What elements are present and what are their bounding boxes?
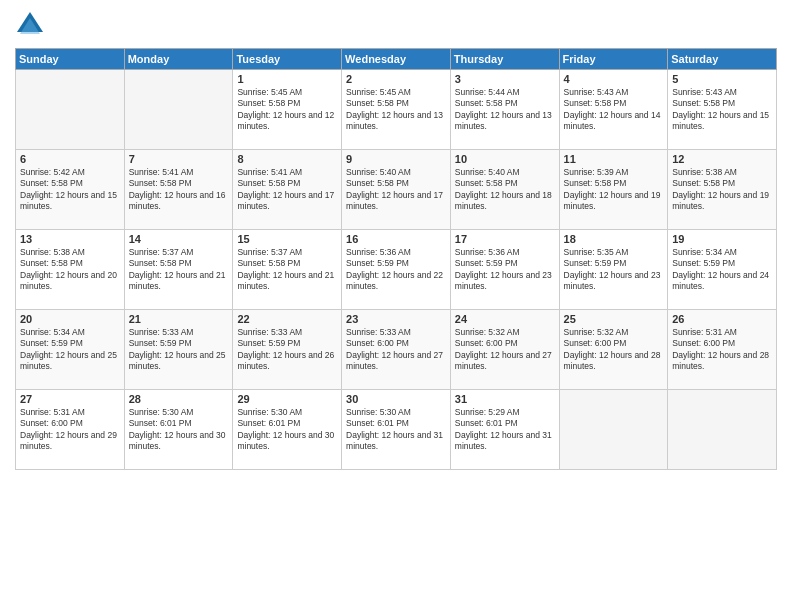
calendar-cell: 10Sunrise: 5:40 AMSunset: 5:58 PMDayligh…	[450, 150, 559, 230]
day-number: 3	[455, 73, 555, 85]
weekday-header: Thursday	[450, 49, 559, 70]
day-number: 30	[346, 393, 446, 405]
day-number: 7	[129, 153, 229, 165]
cell-details: Sunrise: 5:31 AMSunset: 6:00 PMDaylight:…	[672, 327, 772, 373]
cell-details: Sunrise: 5:41 AMSunset: 5:58 PMDaylight:…	[237, 167, 337, 213]
day-number: 19	[672, 233, 772, 245]
cell-details: Sunrise: 5:37 AMSunset: 5:58 PMDaylight:…	[237, 247, 337, 293]
calendar-cell: 4Sunrise: 5:43 AMSunset: 5:58 PMDaylight…	[559, 70, 668, 150]
day-number: 10	[455, 153, 555, 165]
calendar-cell	[668, 390, 777, 470]
day-number: 5	[672, 73, 772, 85]
calendar-cell	[124, 70, 233, 150]
calendar-cell: 16Sunrise: 5:36 AMSunset: 5:59 PMDayligh…	[342, 230, 451, 310]
cell-details: Sunrise: 5:31 AMSunset: 6:00 PMDaylight:…	[20, 407, 120, 453]
cell-details: Sunrise: 5:43 AMSunset: 5:58 PMDaylight:…	[564, 87, 664, 133]
calendar-cell: 1Sunrise: 5:45 AMSunset: 5:58 PMDaylight…	[233, 70, 342, 150]
weekday-header: Tuesday	[233, 49, 342, 70]
cell-details: Sunrise: 5:36 AMSunset: 5:59 PMDaylight:…	[346, 247, 446, 293]
day-number: 24	[455, 313, 555, 325]
cell-details: Sunrise: 5:41 AMSunset: 5:58 PMDaylight:…	[129, 167, 229, 213]
week-row: 13Sunrise: 5:38 AMSunset: 5:58 PMDayligh…	[16, 230, 777, 310]
day-number: 2	[346, 73, 446, 85]
calendar-cell: 11Sunrise: 5:39 AMSunset: 5:58 PMDayligh…	[559, 150, 668, 230]
day-number: 4	[564, 73, 664, 85]
weekday-header: Saturday	[668, 49, 777, 70]
day-number: 29	[237, 393, 337, 405]
calendar-cell: 28Sunrise: 5:30 AMSunset: 6:01 PMDayligh…	[124, 390, 233, 470]
day-number: 18	[564, 233, 664, 245]
cell-details: Sunrise: 5:38 AMSunset: 5:58 PMDaylight:…	[672, 167, 772, 213]
cell-details: Sunrise: 5:40 AMSunset: 5:58 PMDaylight:…	[455, 167, 555, 213]
week-row: 6Sunrise: 5:42 AMSunset: 5:58 PMDaylight…	[16, 150, 777, 230]
cell-details: Sunrise: 5:32 AMSunset: 6:00 PMDaylight:…	[564, 327, 664, 373]
cell-details: Sunrise: 5:36 AMSunset: 5:59 PMDaylight:…	[455, 247, 555, 293]
day-number: 31	[455, 393, 555, 405]
day-number: 25	[564, 313, 664, 325]
day-number: 15	[237, 233, 337, 245]
cell-details: Sunrise: 5:43 AMSunset: 5:58 PMDaylight:…	[672, 87, 772, 133]
cell-details: Sunrise: 5:33 AMSunset: 5:59 PMDaylight:…	[237, 327, 337, 373]
day-number: 17	[455, 233, 555, 245]
day-number: 28	[129, 393, 229, 405]
calendar-cell: 18Sunrise: 5:35 AMSunset: 5:59 PMDayligh…	[559, 230, 668, 310]
cell-details: Sunrise: 5:37 AMSunset: 5:58 PMDaylight:…	[129, 247, 229, 293]
day-number: 6	[20, 153, 120, 165]
day-number: 23	[346, 313, 446, 325]
calendar-cell: 25Sunrise: 5:32 AMSunset: 6:00 PMDayligh…	[559, 310, 668, 390]
calendar-cell: 14Sunrise: 5:37 AMSunset: 5:58 PMDayligh…	[124, 230, 233, 310]
weekday-header: Monday	[124, 49, 233, 70]
day-number: 11	[564, 153, 664, 165]
calendar-cell: 9Sunrise: 5:40 AMSunset: 5:58 PMDaylight…	[342, 150, 451, 230]
calendar-cell: 24Sunrise: 5:32 AMSunset: 6:00 PMDayligh…	[450, 310, 559, 390]
cell-details: Sunrise: 5:38 AMSunset: 5:58 PMDaylight:…	[20, 247, 120, 293]
cell-details: Sunrise: 5:44 AMSunset: 5:58 PMDaylight:…	[455, 87, 555, 133]
logo-icon	[15, 10, 45, 40]
weekday-header-row: SundayMondayTuesdayWednesdayThursdayFrid…	[16, 49, 777, 70]
cell-details: Sunrise: 5:35 AMSunset: 5:59 PMDaylight:…	[564, 247, 664, 293]
day-number: 1	[237, 73, 337, 85]
calendar-cell: 30Sunrise: 5:30 AMSunset: 6:01 PMDayligh…	[342, 390, 451, 470]
calendar-cell: 21Sunrise: 5:33 AMSunset: 5:59 PMDayligh…	[124, 310, 233, 390]
cell-details: Sunrise: 5:34 AMSunset: 5:59 PMDaylight:…	[20, 327, 120, 373]
calendar-cell: 8Sunrise: 5:41 AMSunset: 5:58 PMDaylight…	[233, 150, 342, 230]
weekday-header: Sunday	[16, 49, 125, 70]
calendar-cell: 23Sunrise: 5:33 AMSunset: 6:00 PMDayligh…	[342, 310, 451, 390]
calendar-page: SundayMondayTuesdayWednesdayThursdayFrid…	[0, 0, 792, 612]
calendar-cell: 6Sunrise: 5:42 AMSunset: 5:58 PMDaylight…	[16, 150, 125, 230]
day-number: 8	[237, 153, 337, 165]
calendar-cell: 2Sunrise: 5:45 AMSunset: 5:58 PMDaylight…	[342, 70, 451, 150]
day-number: 27	[20, 393, 120, 405]
calendar-table: SundayMondayTuesdayWednesdayThursdayFrid…	[15, 48, 777, 470]
calendar-cell	[559, 390, 668, 470]
day-number: 20	[20, 313, 120, 325]
calendar-cell	[16, 70, 125, 150]
calendar-cell: 12Sunrise: 5:38 AMSunset: 5:58 PMDayligh…	[668, 150, 777, 230]
cell-details: Sunrise: 5:30 AMSunset: 6:01 PMDaylight:…	[237, 407, 337, 453]
calendar-cell: 13Sunrise: 5:38 AMSunset: 5:58 PMDayligh…	[16, 230, 125, 310]
calendar-cell: 31Sunrise: 5:29 AMSunset: 6:01 PMDayligh…	[450, 390, 559, 470]
calendar-cell: 20Sunrise: 5:34 AMSunset: 5:59 PMDayligh…	[16, 310, 125, 390]
calendar-cell: 19Sunrise: 5:34 AMSunset: 5:59 PMDayligh…	[668, 230, 777, 310]
cell-details: Sunrise: 5:30 AMSunset: 6:01 PMDaylight:…	[129, 407, 229, 453]
cell-details: Sunrise: 5:30 AMSunset: 6:01 PMDaylight:…	[346, 407, 446, 453]
day-number: 12	[672, 153, 772, 165]
cell-details: Sunrise: 5:45 AMSunset: 5:58 PMDaylight:…	[346, 87, 446, 133]
day-number: 14	[129, 233, 229, 245]
header	[15, 10, 777, 40]
cell-details: Sunrise: 5:42 AMSunset: 5:58 PMDaylight:…	[20, 167, 120, 213]
weekday-header: Friday	[559, 49, 668, 70]
day-number: 22	[237, 313, 337, 325]
day-number: 21	[129, 313, 229, 325]
calendar-cell: 27Sunrise: 5:31 AMSunset: 6:00 PMDayligh…	[16, 390, 125, 470]
cell-details: Sunrise: 5:40 AMSunset: 5:58 PMDaylight:…	[346, 167, 446, 213]
cell-details: Sunrise: 5:33 AMSunset: 6:00 PMDaylight:…	[346, 327, 446, 373]
logo	[15, 10, 49, 40]
weekday-header: Wednesday	[342, 49, 451, 70]
cell-details: Sunrise: 5:45 AMSunset: 5:58 PMDaylight:…	[237, 87, 337, 133]
calendar-cell: 15Sunrise: 5:37 AMSunset: 5:58 PMDayligh…	[233, 230, 342, 310]
day-number: 13	[20, 233, 120, 245]
calendar-cell: 22Sunrise: 5:33 AMSunset: 5:59 PMDayligh…	[233, 310, 342, 390]
cell-details: Sunrise: 5:39 AMSunset: 5:58 PMDaylight:…	[564, 167, 664, 213]
cell-details: Sunrise: 5:29 AMSunset: 6:01 PMDaylight:…	[455, 407, 555, 453]
